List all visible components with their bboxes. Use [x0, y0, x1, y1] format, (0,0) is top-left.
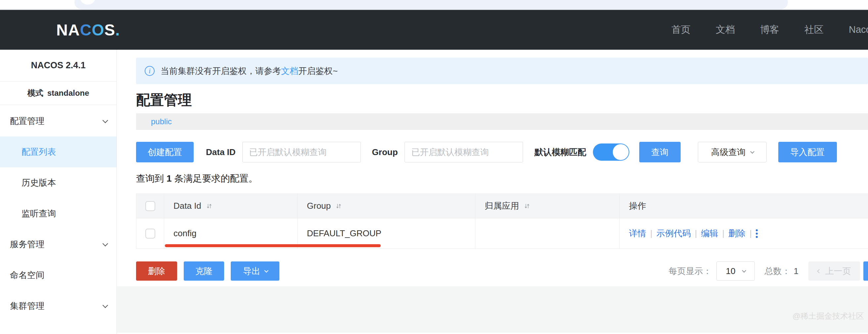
chevron-down-icon	[103, 302, 108, 308]
clone-button[interactable]: 克隆	[184, 261, 224, 281]
row-checkbox[interactable]	[145, 229, 155, 239]
filter-toolbar: 创建配置 Data ID Group 默认模糊匹配 查询 高级查询 导入配置	[136, 142, 868, 162]
page-size-label: 每页显示：	[669, 266, 712, 277]
page-size-select[interactable]: 10	[716, 261, 755, 281]
chevron-down-icon	[103, 241, 108, 246]
notice-text-after: 开启鉴权~	[298, 66, 338, 76]
namespace-tab-public[interactable]: public	[151, 117, 172, 126]
chevron-down-icon	[742, 269, 746, 273]
export-button[interactable]: 导出	[231, 261, 279, 281]
screen: NACOS. 首页 文档 博客 社区 Nacos企业版 NACOS 2.4.1 …	[0, 0, 868, 334]
page-footer-area: @稀土掘金技术社区	[117, 286, 868, 333]
nav-item-community[interactable]: 社区	[804, 23, 824, 36]
sidebar-menu: 配置管理 配置列表 历史版本 监听查询 服务管理 命名空间	[0, 105, 117, 322]
sidebar-item-listener-query[interactable]: 监听查询	[0, 198, 117, 229]
toggle-knob	[613, 144, 629, 160]
result-prefix: 查询到	[136, 173, 164, 184]
advanced-search-button[interactable]: 高级查询	[698, 142, 767, 162]
notice-text: 当前集群没有开启鉴权，请参考文档开启鉴权~	[160, 65, 338, 77]
notice-text-before: 当前集群没有开启鉴权，请参考	[160, 66, 281, 76]
sidebar-item-namespace[interactable]: 命名空间	[0, 260, 117, 290]
sort-icon[interactable]	[524, 203, 530, 210]
sidebar-item-cluster-management[interactable]: 集群管理	[0, 290, 117, 322]
delete-button[interactable]: 删除	[136, 261, 177, 281]
logo-dot: .	[115, 21, 120, 39]
data-id-label: Data ID	[206, 147, 236, 158]
chevron-down-icon	[750, 149, 754, 154]
header-data-id: Data Id	[164, 194, 298, 218]
total-label: 总数：	[765, 266, 790, 276]
nacos-logo[interactable]: NACOS.	[56, 10, 120, 50]
top-navbar: NACOS. 首页 文档 博客 社区 Nacos企业版	[0, 10, 868, 50]
sidebar-item-label: 配置列表	[22, 146, 56, 158]
header-label: 归属应用	[485, 200, 519, 212]
logo-co: CO	[80, 21, 104, 39]
sidebar-item-label: 集群管理	[10, 300, 44, 312]
header-operations: 操作	[620, 194, 868, 218]
header-checkbox-cell	[136, 194, 164, 218]
bottom-toolbar: 删除 克隆 导出 每页显示： 10 总数：1	[136, 261, 868, 281]
nav-item-home[interactable]: 首页	[671, 23, 690, 36]
fuzzy-match-toggle[interactable]	[593, 143, 629, 161]
action-edit-link[interactable]: 编辑	[701, 228, 718, 239]
header-label: Group	[307, 201, 331, 211]
create-config-button[interactable]: 创建配置	[136, 142, 194, 162]
browser-strip	[0, 0, 868, 10]
sidebar-version: NACOS 2.4.1	[0, 50, 117, 82]
sidebar-item-config-management[interactable]: 配置管理	[0, 106, 117, 137]
current-page-button[interactable]	[863, 261, 868, 281]
sort-icon[interactable]	[206, 203, 213, 210]
config-table: Data Id Group 归属应用 操作	[136, 194, 868, 249]
search-button[interactable]: 查询	[639, 142, 681, 162]
page-title: 配置管理	[136, 91, 868, 109]
watermark: @稀土掘金技术社区	[793, 311, 864, 322]
header-label: 操作	[629, 200, 646, 212]
logo-s: S	[104, 21, 115, 39]
namespace-bar: public	[136, 113, 868, 130]
sidebar-item-service-management[interactable]: 服务管理	[0, 229, 117, 260]
mode-value: standalone	[47, 88, 89, 98]
separator: |	[722, 228, 725, 239]
separator: |	[695, 228, 697, 239]
chevron-left-icon	[817, 269, 821, 273]
sidebar-item-label: 配置管理	[10, 115, 44, 127]
import-config-button[interactable]: 导入配置	[778, 142, 837, 162]
action-delete-link[interactable]: 删除	[728, 228, 745, 239]
fuzzy-match-label: 默认模糊匹配	[535, 146, 586, 158]
sidebar-item-label: 命名空间	[10, 269, 44, 281]
result-suffix: 条满足要求的配置。	[175, 173, 258, 184]
separator: |	[650, 228, 652, 239]
info-icon: i	[145, 66, 155, 76]
action-sample-code-link[interactable]: 示例代码	[656, 228, 691, 239]
red-annotation-line	[165, 244, 381, 247]
nav-item-docs[interactable]: 文档	[716, 23, 735, 36]
action-detail-link[interactable]: 详情	[629, 228, 646, 239]
sidebar-item-config-list[interactable]: 配置列表	[0, 137, 117, 167]
docs-link[interactable]: 文档	[281, 66, 298, 76]
result-summary: 查询到1条满足要求的配置。	[136, 172, 868, 185]
separator: |	[749, 228, 752, 239]
sort-icon[interactable]	[335, 203, 342, 210]
group-input[interactable]	[405, 142, 523, 162]
more-actions-icon[interactable]	[756, 229, 758, 238]
nav-item-enterprise[interactable]: Nacos企业版	[849, 23, 868, 36]
result-count: 1	[166, 173, 172, 184]
sidebar-item-label: 服务管理	[10, 239, 44, 250]
chevron-down-icon	[103, 117, 108, 123]
total-value: 1	[794, 266, 799, 276]
sidebar-mode: 模式 standalone	[0, 82, 117, 105]
select-all-checkbox[interactable]	[145, 201, 155, 211]
page-size-value: 10	[726, 266, 736, 276]
prev-page-label: 上一页	[825, 266, 851, 277]
advanced-search-label: 高级查询	[711, 146, 745, 158]
header-group: Group	[298, 194, 475, 218]
data-id-input[interactable]	[242, 142, 361, 162]
main-content: i 当前集群没有开启鉴权，请参考文档开启鉴权~ 配置管理 public 创建配置…	[117, 50, 868, 334]
cell-operations: 详情 | 示例代码 | 编辑 | 删除 |	[620, 218, 868, 249]
prev-page-button[interactable]: 上一页	[808, 261, 860, 281]
group-label: Group	[372, 147, 398, 158]
sidebar-item-history[interactable]: 历史版本	[0, 167, 117, 198]
browser-address-bar	[74, 0, 788, 9]
nav-item-blog[interactable]: 博客	[760, 23, 779, 36]
sidebar: NACOS 2.4.1 模式 standalone 配置管理 配置列表 历史版本…	[0, 50, 117, 334]
